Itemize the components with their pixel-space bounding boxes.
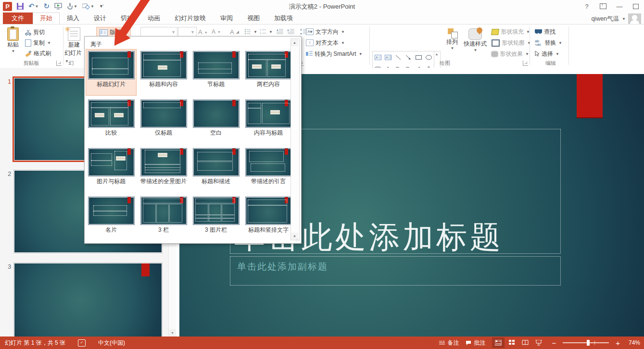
shape-textbox-horizontal-icon[interactable]: A bbox=[375, 55, 381, 60]
layout-item-section-header[interactable]: 节标题 bbox=[191, 50, 241, 87]
tab-6[interactable]: 幻灯片放映 bbox=[167, 12, 213, 24]
layout-item-title-caption[interactable]: 标题和描述 bbox=[191, 147, 241, 185]
increase-indent-button[interactable] bbox=[288, 27, 294, 37]
paste-button[interactable]: 粘贴 ▼ bbox=[4, 27, 22, 53]
shape-outline-button[interactable]: 形状轮廓▼ bbox=[492, 38, 531, 48]
select-button[interactable]: 选择▼ bbox=[535, 49, 559, 59]
text-direction-button[interactable]: A↓ 文字方向▼ bbox=[306, 27, 345, 37]
dropdown-scrollbar[interactable]: ▲ ▼ bbox=[290, 38, 300, 240]
restore-icon[interactable] bbox=[631, 2, 640, 11]
layout-item-label: 标题和描述 bbox=[191, 178, 241, 185]
avatar[interactable] bbox=[628, 13, 641, 24]
clipboard-dialog-launcher[interactable] bbox=[56, 61, 62, 66]
redo-icon[interactable]: ↻ bbox=[43, 1, 51, 11]
zoom-slider-thumb[interactable] bbox=[587, 340, 590, 346]
tab-5[interactable]: 动画 bbox=[140, 12, 167, 24]
zoom-in-button[interactable]: + bbox=[616, 339, 620, 347]
shape-arrow-icon[interactable] bbox=[405, 55, 411, 60]
slideshow-view-button[interactable] bbox=[532, 337, 545, 348]
layout-item-title-content[interactable]: 标题和内容 bbox=[139, 50, 189, 87]
ink-shapes-icon[interactable]: ▼ bbox=[81, 1, 95, 11]
layout-item-three-pic[interactable]: 3 图片栏 bbox=[191, 195, 241, 233]
layout-item-blank[interactable]: 空白 bbox=[191, 98, 241, 136]
layout-item-label: 带描述的引言 bbox=[243, 178, 293, 185]
tab-7[interactable]: 审阅 bbox=[213, 12, 240, 24]
clear-formatting-button[interactable]: A◢ bbox=[230, 27, 239, 37]
layout-item-title-vertical[interactable]: 标题和竖排文字 bbox=[243, 195, 293, 233]
theme-name-header: 离子 bbox=[90, 40, 102, 49]
resize-grip-icon[interactable]: ·· ·· bbox=[296, 238, 300, 243]
tab-1[interactable]: 开始 bbox=[33, 12, 60, 24]
zoom-level[interactable]: 74% bbox=[629, 339, 640, 346]
tab-3[interactable]: 设计 bbox=[87, 12, 114, 24]
account-area[interactable]: qiwen气温 ▼ bbox=[591, 13, 641, 24]
tab-9[interactable]: 加载项 bbox=[267, 12, 300, 24]
powerpoint-logo-icon[interactable]: P bbox=[2, 1, 13, 11]
slide-sorter-view-button[interactable] bbox=[505, 337, 518, 348]
grow-font-button[interactable]: A▲ bbox=[198, 27, 208, 37]
cut-button[interactable]: 剪切 bbox=[25, 27, 45, 37]
customize-qat-icon[interactable]: ▼̄ bbox=[98, 1, 104, 11]
chevron-down-icon: ▼ bbox=[622, 17, 626, 21]
undo-icon[interactable]: ↶▼ bbox=[27, 1, 40, 11]
minimize-icon[interactable]: — bbox=[615, 2, 624, 11]
layout-item-content-caption[interactable]: 内容与标题 bbox=[243, 98, 293, 136]
tab-8[interactable]: 视图 bbox=[240, 12, 267, 24]
slide-thumbnail-3[interactable]: 3 bbox=[13, 262, 163, 346]
tab-0[interactable]: 文件 bbox=[3, 12, 33, 24]
layout-item-name-card[interactable]: 名片 bbox=[86, 195, 136, 233]
shrink-font-button[interactable]: A▼ bbox=[212, 27, 221, 37]
zoom-out-button[interactable]: − bbox=[552, 339, 556, 347]
save-icon[interactable] bbox=[16, 1, 25, 11]
notes-toggle[interactable]: 备注 bbox=[439, 339, 459, 347]
help-icon[interactable]: ? bbox=[582, 2, 591, 11]
quick-styles-button[interactable]: 快速样式 ▼ bbox=[463, 28, 488, 52]
arrange-button[interactable]: 排列 ▼ bbox=[442, 28, 462, 50]
shape-effects-button[interactable]: 形状效果▼ bbox=[492, 49, 529, 59]
layout-item-title-slide[interactable]: 标题幻灯片 bbox=[86, 49, 137, 96]
shape-textbox-vertical-icon[interactable]: A bbox=[385, 55, 391, 60]
normal-view-button[interactable] bbox=[492, 337, 505, 348]
new-slide-button[interactable]: 新建 幻灯片 ▼ bbox=[64, 27, 84, 64]
numbering-button[interactable]: 12▼ bbox=[260, 27, 273, 37]
align-text-button[interactable]: ↕ 对齐文本▼ bbox=[306, 38, 345, 48]
layout-item-two-content[interactable]: 两栏内容 bbox=[243, 50, 293, 87]
layout-item-picture-caption[interactable]: 图片与标题 bbox=[86, 147, 136, 185]
scroll-down-icon[interactable]: ▼ bbox=[169, 329, 176, 337]
tab-2[interactable]: 插入 bbox=[60, 12, 87, 24]
find-button[interactable]: 查找 bbox=[535, 27, 556, 37]
shape-fill-button[interactable]: 形状填充▼ bbox=[492, 27, 530, 37]
layout-item-quote-caption[interactable]: 带描述的引言 bbox=[243, 147, 293, 185]
spellcheck-icon[interactable]: ✓ bbox=[78, 339, 86, 347]
decrease-indent-button[interactable] bbox=[277, 27, 283, 37]
status-bar: 幻灯片 第 1 张，共 5 张 ✓ 中文(中国) 备注 批注 bbox=[0, 337, 644, 349]
format-painter-button[interactable]: 格式刷 bbox=[25, 49, 51, 58]
layout-item-three-col[interactable]: 3 栏 bbox=[139, 195, 189, 233]
reading-view-button[interactable] bbox=[519, 337, 531, 348]
layout-item-label: 内容与标题 bbox=[243, 129, 293, 136]
bullets-button[interactable]: ▼ bbox=[244, 27, 257, 37]
start-slideshow-icon[interactable] bbox=[53, 1, 63, 11]
tab-4[interactable]: 切换 bbox=[114, 12, 140, 24]
slideshow-icon bbox=[535, 340, 542, 346]
ribbon-display-options-icon[interactable] bbox=[599, 2, 607, 11]
copy-button[interactable]: 复制 ▼ bbox=[25, 38, 51, 48]
slide-counter[interactable]: 幻灯片 第 1 张，共 5 张 bbox=[5, 339, 65, 347]
replace-button[interactable]: ab⤷ac 替换▼ bbox=[535, 38, 562, 48]
scroll-up-icon[interactable]: ▲ bbox=[291, 39, 298, 46]
shape-oval-icon[interactable] bbox=[426, 55, 432, 60]
drawing-dialog-launcher[interactable] bbox=[523, 61, 528, 66]
zoom-slider[interactable] bbox=[563, 342, 609, 343]
shape-line-icon[interactable] bbox=[395, 55, 401, 60]
language-indicator[interactable]: 中文(中国) bbox=[98, 339, 125, 347]
layout-item-comparison[interactable]: 比较 bbox=[86, 98, 136, 136]
layout-item-label: 标题和竖排文字 bbox=[243, 226, 293, 233]
text-direction-icon: A↓ bbox=[306, 28, 314, 35]
layout-item-panoramic[interactable]: 带描述的全景图片 bbox=[139, 147, 189, 185]
comments-toggle[interactable]: 批注 bbox=[466, 339, 485, 347]
touch-mouse-mode-icon[interactable]: ▼ bbox=[66, 1, 78, 11]
convert-smartart-button[interactable]: 转换为 SmartArt▼ bbox=[306, 49, 363, 59]
shape-rectangle-icon[interactable] bbox=[416, 55, 422, 60]
layout-item-title-only[interactable]: 仅标题 bbox=[139, 98, 189, 136]
subtitle-placeholder[interactable]: 单击此处添加副标题 bbox=[230, 256, 561, 286]
